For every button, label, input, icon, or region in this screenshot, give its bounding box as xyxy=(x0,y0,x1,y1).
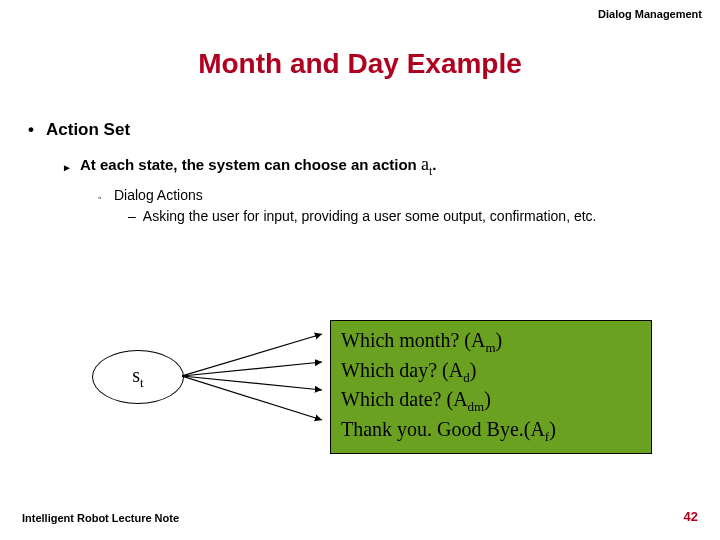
a1-post: ) xyxy=(496,329,503,351)
l2-pre: At each state, the system can choose an … xyxy=(80,156,421,173)
state-s: s xyxy=(132,364,140,386)
a3-post: ) xyxy=(484,388,491,410)
ring-bullet-icon: ◦ xyxy=(98,192,114,203)
l2-post: . xyxy=(432,156,436,173)
a3-pre: Which date? (A xyxy=(341,388,468,410)
bullet-level2: ► At each state, the system can choose a… xyxy=(62,154,692,179)
bullet-level4-text: – Asking the user for input, providing a… xyxy=(128,208,596,224)
page-number: 42 xyxy=(684,509,698,524)
action-line-4: Thank you. Good Bye.(Af) xyxy=(341,416,641,446)
svg-line-0 xyxy=(182,334,322,376)
footer-note: Intelligent Robot Lecture Note xyxy=(22,512,179,524)
slide-title: Month and Day Example xyxy=(0,48,720,80)
svg-line-1 xyxy=(182,362,322,376)
triangle-bullet-icon: ► xyxy=(62,162,80,173)
a1-sub: m xyxy=(485,340,495,355)
arrows-icon xyxy=(182,320,330,440)
l2-var: a xyxy=(421,154,429,174)
bullet-level3-text: Dialog Actions xyxy=(114,187,203,203)
bullet-level2-text: At each state, the system can choose an … xyxy=(80,154,436,179)
state-node: st xyxy=(92,350,184,404)
action-line-2: Which day? (Ad) xyxy=(341,357,641,387)
a2-post: ) xyxy=(470,359,477,381)
bullet-level4: – Asking the user for input, providing a… xyxy=(128,207,688,226)
action-line-3: Which date? (Adm) xyxy=(341,386,641,416)
action-line-1: Which month? (Am) xyxy=(341,327,641,357)
bullet-level3: ◦ Dialog Actions xyxy=(98,187,692,203)
a1-pre: Which month? (A xyxy=(341,329,485,351)
header-label: Dialog Management xyxy=(598,8,702,20)
bullet-dot-icon: • xyxy=(28,120,46,140)
state-t: t xyxy=(140,375,144,390)
state-label: st xyxy=(132,364,143,391)
body-area: • Action Set ► At each state, the system… xyxy=(28,120,692,225)
bullet-level1-text: Action Set xyxy=(46,120,130,140)
a4-post: ) xyxy=(549,418,556,440)
a2-pre: Which day? (A xyxy=(341,359,463,381)
bullet-level1: • Action Set xyxy=(28,120,692,140)
a3-sub: dm xyxy=(468,399,485,414)
action-box: Which month? (Am) Which day? (Ad) Which … xyxy=(330,320,652,454)
a4-pre: Thank you. Good Bye.(A xyxy=(341,418,545,440)
